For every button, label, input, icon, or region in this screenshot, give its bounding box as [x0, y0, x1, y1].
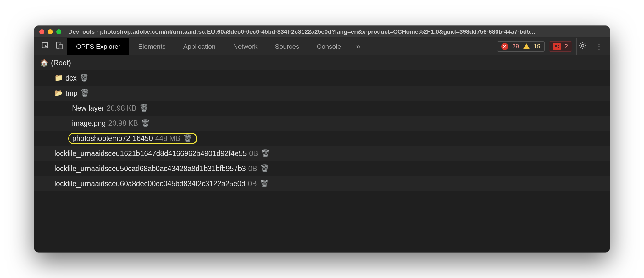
folder-open-icon: 📂 — [54, 89, 63, 97]
kebab-icon: ⋮ — [595, 42, 603, 51]
warning-count: 19 — [534, 43, 541, 50]
svg-rect-2 — [59, 44, 62, 49]
opfs-tree: 🏠 (Root) 📁 dcx 🗑️ 📂 tmp 🗑️ New layer 20.… — [34, 55, 610, 252]
tab-opfs-explorer[interactable]: OPFS Explorer — [67, 38, 129, 55]
traffic-lights — [39, 29, 61, 34]
tree-folder-dcx[interactable]: 📁 dcx 🗑️ — [34, 70, 610, 86]
errors-warnings-badge[interactable]: ✕ 29 19 — [497, 41, 545, 52]
folder-icon: 📁 — [54, 74, 63, 82]
svg-point-4 — [581, 44, 584, 47]
window-maximize-button[interactable] — [56, 29, 61, 34]
house-icon: 🏠 — [40, 59, 48, 67]
tabstrip-tool-icons — [37, 38, 67, 55]
gear-icon — [579, 42, 587, 52]
delete-icon[interactable]: 🗑️ — [80, 74, 88, 82]
tree-folder-tmp[interactable]: 📂 tmp 🗑️ — [34, 86, 610, 101]
inspect-element-icon[interactable] — [41, 42, 49, 51]
delete-icon[interactable]: 🗑️ — [140, 104, 148, 112]
window-close-button[interactable] — [39, 29, 44, 34]
delete-icon[interactable]: 🗑️ — [261, 149, 269, 158]
delete-icon[interactable]: 🗑️ — [260, 164, 269, 173]
issue-icon — [553, 43, 561, 50]
root-label: (Root) — [51, 59, 71, 67]
settings-button[interactable] — [576, 38, 588, 55]
issue-count: 2 — [564, 43, 568, 50]
more-tabs-button[interactable]: » — [350, 38, 367, 55]
tree-file[interactable]: image.png 20.98 KB 🗑️ — [34, 116, 610, 131]
tree-root[interactable]: 🏠 (Root) — [34, 55, 610, 70]
tree-file-highlighted[interactable]: photoshoptemp72-16450 448 MB 🗑️ — [34, 131, 610, 146]
error-icon: ✕ — [501, 43, 508, 50]
issues-badge[interactable]: 2 — [549, 41, 572, 52]
delete-icon[interactable]: 🗑️ — [141, 119, 150, 127]
error-count: 29 — [512, 43, 519, 50]
tab-elements[interactable]: Elements — [129, 38, 175, 55]
tab-application[interactable]: Application — [175, 38, 225, 55]
tree-file[interactable]: lockfile_urnaaidsceu60a8dec00ec045bd834f… — [34, 176, 610, 191]
tab-console[interactable]: Console — [308, 38, 350, 55]
highlight-ring: photoshoptemp72-16450 448 MB 🗑️ — [68, 133, 197, 144]
delete-icon[interactable]: 🗑️ — [260, 180, 269, 188]
window-minimize-button[interactable] — [48, 29, 53, 34]
tabs-container: OPFS Explorer Elements Application Netwo… — [67, 38, 350, 55]
window-title: DevTools - photoshop.adobe.com/id/urn:aa… — [68, 28, 535, 35]
tree-file[interactable]: New layer 20.98 KB 🗑️ — [34, 101, 610, 116]
tree-file[interactable]: lockfile_urnaaidsceu1621b1647d8d4166962b… — [34, 146, 610, 161]
tree-file[interactable]: lockfile_urnaaidsceu50cad68ab0ac43428a8d… — [34, 161, 610, 176]
tab-sources[interactable]: Sources — [266, 38, 308, 55]
devtools-window: DevTools - photoshop.adobe.com/id/urn:aa… — [34, 26, 610, 252]
tabstrip-status-area: ✕ 29 19 2 ⋮ — [497, 38, 607, 55]
more-options-button[interactable]: ⋮ — [593, 38, 605, 55]
device-toolbar-icon[interactable] — [55, 42, 63, 51]
warning-icon — [523, 43, 530, 49]
delete-icon[interactable]: 🗑️ — [80, 89, 89, 97]
tab-network[interactable]: Network — [225, 38, 266, 55]
delete-icon[interactable]: 🗑️ — [183, 134, 192, 142]
devtools-tabstrip: OPFS Explorer Elements Application Netwo… — [34, 38, 610, 55]
titlebar: DevTools - photoshop.adobe.com/id/urn:aa… — [34, 26, 610, 38]
